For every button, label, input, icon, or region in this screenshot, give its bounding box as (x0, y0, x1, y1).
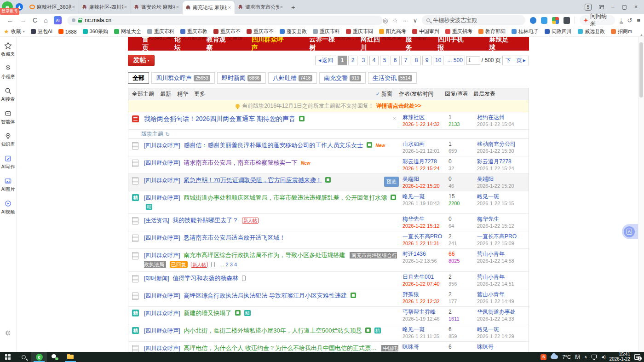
thread-author[interactable]: 略见一斑 (402, 326, 448, 333)
reload-icon[interactable]: C (33, 17, 37, 24)
page-number[interactable]: 7 (401, 56, 410, 65)
nav-item[interactable]: 云养一棵树 (299, 37, 351, 51)
last-poster[interactable]: 彩云追月7278 (477, 158, 529, 165)
bookmark-item[interactable]: 重庆市教 (180, 28, 207, 35)
taskbar-search-button[interactable] (16, 352, 31, 362)
thread-author[interactable]: 咪咪哥 (402, 344, 448, 351)
thread-title[interactable]: 我给两会捎句话！2026四川两会直通车 期待您的声音 (144, 115, 295, 122)
nav-item[interactable]: 论坛 (165, 37, 197, 51)
nav-item[interactable]: 四川群众呼声 (242, 37, 300, 51)
hot-search-text[interactable]: 牛棚秒变波吉宝殿 (433, 17, 477, 24)
maximize-button[interactable]: ▢ (622, 4, 627, 10)
thread-category[interactable]: [四川群众呼声] (144, 310, 180, 316)
bookmark-item[interactable]: 阳光高考 (379, 28, 406, 35)
thread-title[interactable]: 紧急声明！70万凭证调取受阻，官方回应震撼来袭！ (184, 177, 322, 184)
thread-title[interactable]: 南充市高坪区综合行政执法局不作为，导致小区多处违规搭建 (184, 252, 345, 259)
start-button[interactable] (0, 352, 16, 362)
last-poster[interactable]: 梅华先生 (477, 216, 529, 223)
last-poster[interactable]: 略见一斑 (477, 326, 529, 333)
new-window-label[interactable]: 新窗 (381, 90, 392, 98)
ai-button[interactable]: AI (54, 16, 62, 24)
page-number[interactable]: 10 (433, 56, 443, 65)
thread-author[interactable]: 吴端阳 (402, 176, 448, 183)
thread-author[interactable]: 麻辣社区 (402, 114, 448, 121)
thread-author[interactable]: 一直长不高PRO (402, 233, 448, 240)
thread-category[interactable]: [四川群众呼声] (144, 293, 180, 299)
browser-tab[interactable]: 犇 蓬安论坛 麻辣社区-四川第… × (131, 0, 183, 14)
weather-condition[interactable]: 阴 (575, 354, 580, 361)
ai-assistant-button[interactable]: 问问纳米 (580, 15, 615, 25)
floating-ai-widget[interactable]: A (622, 224, 638, 239)
thread-author[interactable]: 时迁1436 (402, 251, 448, 258)
last-poster[interactable]: 移动南充分公司 (477, 141, 529, 148)
home-icon[interactable]: ⌂ (44, 17, 47, 24)
bookmark-item[interactable]: 重庆市科 (147, 28, 174, 35)
page-ellipsis-button[interactable]: ... 500 (445, 56, 465, 65)
browser-tab[interactable]: 麻辣社区_360搜索 × (27, 0, 79, 14)
bookmark-item[interactable]: 重庆招考 (445, 28, 472, 35)
boss-key-icon[interactable] (599, 5, 604, 9)
thread-author[interactable]: 略见一斑 (402, 193, 448, 200)
thread-category[interactable]: [生活资讯] (144, 217, 169, 224)
dropdown-chevron-icon[interactable]: ∨ (413, 17, 418, 24)
network-icon[interactable] (592, 355, 597, 358)
url-text[interactable]: nc.mala.cn (85, 17, 111, 23)
sidebar-item-ai-search[interactable]: AI搜索 (0, 86, 17, 103)
bookmark-item[interactable]: 教育部阳 (478, 28, 506, 35)
bookmark-item[interactable]: 360采购 (83, 28, 108, 35)
extensions-puzzle-icon[interactable] (564, 17, 570, 24)
close-button[interactable]: × (634, 4, 638, 10)
last-poster[interactable]: 略见一斑 (477, 193, 529, 200)
last-poster[interactable]: 咪咪哥 (477, 344, 529, 351)
nav-item[interactable]: 四川手机报 (428, 37, 480, 51)
page-number[interactable]: 5 (380, 56, 389, 65)
sidebar-item-knowledge[interactable]: 知识库 (0, 132, 17, 148)
nav-item[interactable]: 麻辣足球 (479, 37, 524, 51)
board-tab[interactable]: 八卦吐槽 7418 (268, 72, 317, 84)
nav-item[interactable]: 首页 (132, 37, 165, 51)
minimize-button[interactable]: – (611, 4, 615, 10)
bookmark-item[interactable]: 威远县政 (578, 28, 605, 35)
thread-category[interactable]: [四川群众呼声] (144, 252, 180, 259)
bookmark-item[interactable]: 重庆市不 (247, 28, 274, 35)
more-dots-icon[interactable]: ··· (402, 17, 408, 24)
tab-close-icon[interactable]: × (71, 4, 76, 10)
page-number[interactable]: 9 (422, 56, 431, 65)
page-jump-input[interactable] (466, 56, 480, 65)
filter-link[interactable]: 全部主题 (132, 90, 154, 98)
address-bar[interactable]: nc.mala.cn (67, 16, 382, 25)
notice-link[interactable]: 详情请点击此处>> (376, 102, 421, 110)
nav-item[interactable]: 网红四川 (351, 37, 396, 51)
nav-item[interactable]: 服务 (396, 37, 428, 51)
thread-author[interactable]: 梅华先生 (402, 216, 448, 223)
preview-button[interactable]: 预览 (384, 177, 399, 187)
sidebar-item-ai-image[interactable]: AI图片 (0, 177, 17, 193)
last-poster[interactable]: 华凤街道办事处 (477, 309, 529, 316)
download-icon[interactable]: ↓ (620, 17, 623, 23)
forward-icon[interactable]: → (20, 17, 26, 24)
thread-title[interactable]: 我的技能补贴哪里去了？ (172, 217, 238, 224)
page-number[interactable]: 1 (338, 56, 347, 65)
thread-title[interactable]: 西城街道办事处和顺庆区城管局，市容市貌违法违规脏乱差，公开回复打水漂 (184, 194, 387, 201)
thread-category[interactable]: [四川群众呼声] (144, 177, 180, 184)
thread-author[interactable]: 日月先生001 (402, 274, 448, 281)
last-poster[interactable]: 一直长不高PRO (477, 233, 529, 240)
sidebar-item-agent[interactable]: 智能体 (0, 109, 17, 125)
weather-temp[interactable]: 7°C (562, 354, 570, 360)
thread-category[interactable]: [四川群众呼声] (144, 328, 180, 334)
page-number[interactable]: 6 (391, 56, 400, 65)
page-scrollbar[interactable]: ▲ (638, 37, 644, 352)
bookmark-item[interactable]: 招商m (611, 28, 632, 35)
taskbar-clock[interactable]: 15:41 2026-1-22 (609, 352, 630, 362)
locate-icon[interactable]: ◎ (383, 17, 388, 24)
refresh-icon[interactable]: ↻ (165, 131, 170, 138)
favorite-star-icon[interactable]: ☆ (392, 17, 398, 24)
thread-title[interactable]: 新建的墙又快塌了 (184, 310, 231, 316)
filter-link[interactable]: 更多 (194, 90, 205, 98)
tab-close-icon[interactable]: × (175, 4, 180, 10)
board-tab[interactable]: 南充交警 919 (319, 72, 366, 84)
tab-count-box[interactable]: 5 (585, 4, 592, 11)
menu-icon[interactable]: ≡ (637, 17, 640, 24)
bookmark-item[interactable]: 网址大全 (114, 28, 141, 35)
bookmark-item[interactable]: 重庆市科 (313, 28, 340, 35)
